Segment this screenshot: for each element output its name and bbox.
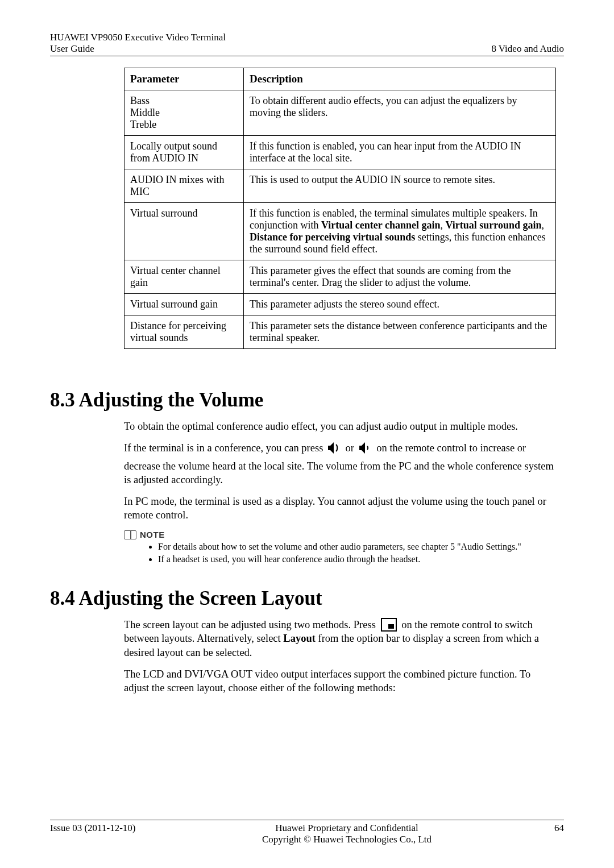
layout-paragraph-2: The LCD and DVI/VGA OUT video output int… [124, 667, 556, 695]
col-header-description: Description [244, 68, 556, 90]
table-row: Virtual center channel gain This paramet… [125, 260, 556, 294]
footer-page-number: 64 [530, 823, 564, 834]
note-book-icon [124, 530, 136, 539]
parameter-table: Parameter Description Bass Middle Treble… [124, 68, 556, 349]
table-row: Virtual surround If this function is ena… [125, 203, 556, 260]
page-header: HUAWEI VP9050 Executive Video Terminal U… [50, 32, 564, 56]
table-row: Locally output sound from AUDIO IN If th… [125, 136, 556, 169]
desc-cell: This parameter gives the effect that sou… [244, 260, 556, 294]
note-label: NOTE [140, 530, 165, 539]
footer-copyright: Copyright © Huawei Technologies Co., Ltd [164, 834, 530, 845]
volume-paragraph-1: To obtain the optimal conference audio e… [124, 420, 556, 433]
table-row: Virtual surround gain This parameter adj… [125, 294, 556, 315]
param-cell: Bass Middle Treble [125, 90, 244, 136]
table-row: Distance for perceiving virtual sounds T… [125, 315, 556, 349]
volume-paragraph-3: In PC mode, the terminal is used as a di… [124, 495, 556, 522]
footer-proprietary: Huawei Proprietary and Confidential [164, 823, 530, 834]
table-row: Bass Middle Treble To obtain different a… [125, 90, 556, 136]
note-header: NOTE [124, 530, 564, 539]
header-chapter: 8 Video and Audio [491, 43, 564, 54]
param-cell: Virtual surround gain [125, 294, 244, 315]
layout-paragraph-1: The screen layout can be adjusted using … [124, 618, 556, 659]
desc-cell: This is used to output the AUDIO IN sour… [244, 169, 556, 203]
page-footer: Issue 03 (2011-12-10) Huawei Proprietary… [50, 820, 564, 845]
param-cell: AUDIO IN mixes with MIC [125, 169, 244, 203]
volume-down-icon [357, 441, 374, 459]
volume-up-icon [326, 441, 343, 459]
param-cell: Virtual center channel gain [125, 260, 244, 294]
volume-paragraph-2: If the terminal is in a conference, you … [124, 441, 556, 487]
heading-adjusting-screen-layout: 8.4 Adjusting the Screen Layout [50, 587, 564, 610]
table-row: AUDIO IN mixes with MIC This is used to … [125, 169, 556, 203]
desc-cell: To obtain different audio effects, you c… [244, 90, 556, 136]
note-item: If a headset is used, you will hear conf… [158, 554, 556, 564]
layout-button-icon [381, 618, 397, 632]
header-doc: User Guide [50, 43, 226, 55]
heading-adjusting-volume: 8.3 Adjusting the Volume [50, 389, 564, 412]
note-list: For details about how to set the volume … [147, 542, 556, 564]
param-cell: Virtual surround [125, 203, 244, 260]
desc-cell: This parameter sets the distance between… [244, 315, 556, 349]
note-item: For details about how to set the volume … [158, 542, 556, 552]
param-cell: Locally output sound from AUDIO IN [125, 136, 244, 169]
desc-cell: If this function is enabled, you can hea… [244, 136, 556, 169]
col-header-parameter: Parameter [125, 68, 244, 90]
desc-cell: This parameter adjusts the stereo sound … [244, 294, 556, 315]
desc-cell: If this function is enabled, the termina… [244, 203, 556, 260]
header-product: HUAWEI VP9050 Executive Video Terminal [50, 32, 226, 43]
footer-issue: Issue 03 (2011-12-10) [50, 823, 164, 834]
table-header-row: Parameter Description [125, 68, 556, 90]
param-cell: Distance for perceiving virtual sounds [125, 315, 244, 349]
